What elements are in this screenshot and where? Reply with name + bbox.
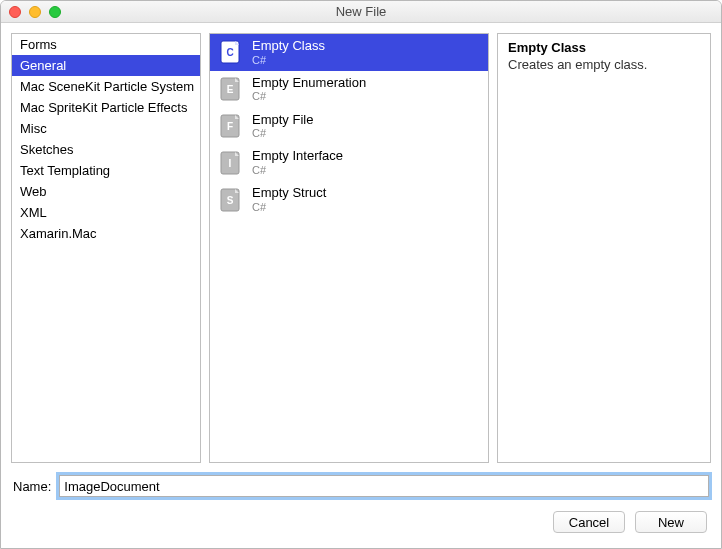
- file-icon: F: [218, 113, 244, 139]
- template-subtitle: C#: [252, 164, 343, 177]
- category-item[interactable]: Web: [12, 181, 200, 202]
- minimize-window-button[interactable]: [29, 6, 41, 18]
- titlebar: New File: [1, 1, 721, 23]
- category-list[interactable]: FormsGeneralMac SceneKit Particle System…: [11, 33, 201, 463]
- svg-text:S: S: [227, 195, 234, 206]
- template-title: Empty Class: [252, 38, 325, 54]
- description-text: Creates an empty class.: [508, 57, 700, 72]
- category-item[interactable]: Mac SceneKit Particle System: [12, 76, 200, 97]
- window-title: New File: [1, 4, 721, 19]
- file-icon: E: [218, 76, 244, 102]
- svg-text:I: I: [229, 158, 232, 169]
- name-row: Name:: [1, 463, 721, 497]
- category-item[interactable]: Text Templating: [12, 160, 200, 181]
- template-title: Empty Struct: [252, 185, 326, 201]
- template-title: Empty Interface: [252, 148, 343, 164]
- category-item[interactable]: Forms: [12, 34, 200, 55]
- template-subtitle: C#: [252, 127, 313, 140]
- template-subtitle: C#: [252, 90, 366, 103]
- template-subtitle: C#: [252, 201, 326, 214]
- template-title: Empty File: [252, 112, 313, 128]
- svg-text:C: C: [226, 47, 233, 58]
- description-title: Empty Class: [508, 40, 700, 55]
- template-item[interactable]: I Empty InterfaceC#: [210, 144, 488, 181]
- template-list[interactable]: C Empty ClassC# E Empty EnumerationC# F …: [209, 33, 489, 463]
- category-item[interactable]: Misc: [12, 118, 200, 139]
- category-item[interactable]: Mac SpriteKit Particle Effects: [12, 97, 200, 118]
- category-item[interactable]: General: [12, 55, 200, 76]
- zoom-window-button[interactable]: [49, 6, 61, 18]
- category-item[interactable]: Xamarin.Mac: [12, 223, 200, 244]
- category-item[interactable]: XML: [12, 202, 200, 223]
- template-item[interactable]: S Empty StructC#: [210, 181, 488, 218]
- traffic-lights: [9, 6, 61, 18]
- new-button[interactable]: New: [635, 511, 707, 533]
- button-row: Cancel New: [1, 497, 721, 543]
- close-window-button[interactable]: [9, 6, 21, 18]
- cancel-button[interactable]: Cancel: [553, 511, 625, 533]
- name-input[interactable]: [59, 475, 709, 497]
- template-item[interactable]: E Empty EnumerationC#: [210, 71, 488, 108]
- template-item[interactable]: F Empty FileC#: [210, 108, 488, 145]
- template-item[interactable]: C Empty ClassC#: [210, 34, 488, 71]
- content-area: FormsGeneralMac SceneKit Particle System…: [1, 23, 721, 463]
- svg-text:F: F: [227, 121, 233, 132]
- name-label: Name:: [13, 479, 51, 494]
- file-icon: I: [218, 150, 244, 176]
- template-subtitle: C#: [252, 54, 325, 67]
- file-icon: C: [218, 39, 244, 65]
- svg-text:E: E: [227, 84, 234, 95]
- template-title: Empty Enumeration: [252, 75, 366, 91]
- description-panel: Empty Class Creates an empty class.: [497, 33, 711, 463]
- category-item[interactable]: Sketches: [12, 139, 200, 160]
- file-icon: S: [218, 187, 244, 213]
